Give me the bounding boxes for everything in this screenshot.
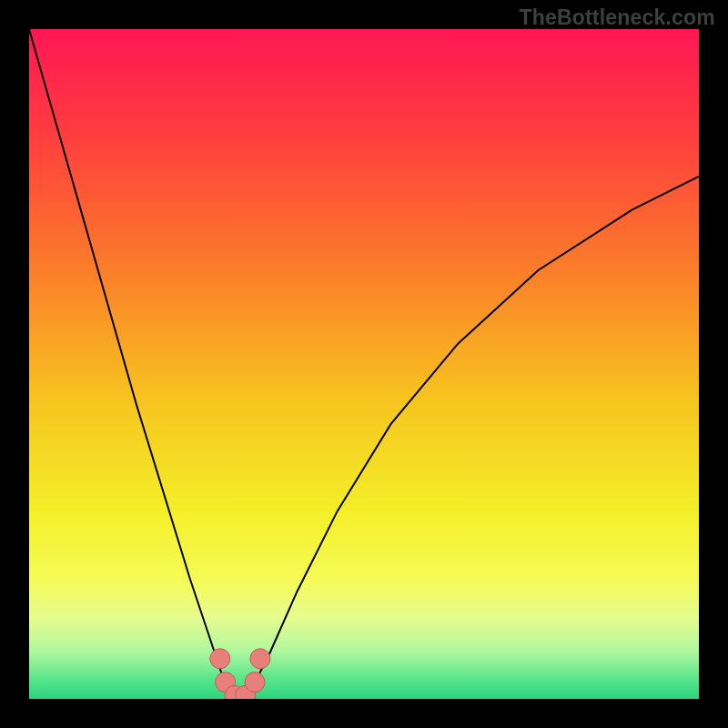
valley-marker	[245, 672, 265, 693]
chart-background	[29, 29, 699, 699]
bottleneck-chart	[29, 29, 699, 699]
plot-area	[29, 29, 699, 699]
valley-marker	[250, 649, 270, 669]
valley-marker	[210, 649, 230, 669]
watermark-text: TheBottleneck.com	[519, 5, 715, 30]
frame: TheBottleneck.com	[0, 0, 728, 728]
